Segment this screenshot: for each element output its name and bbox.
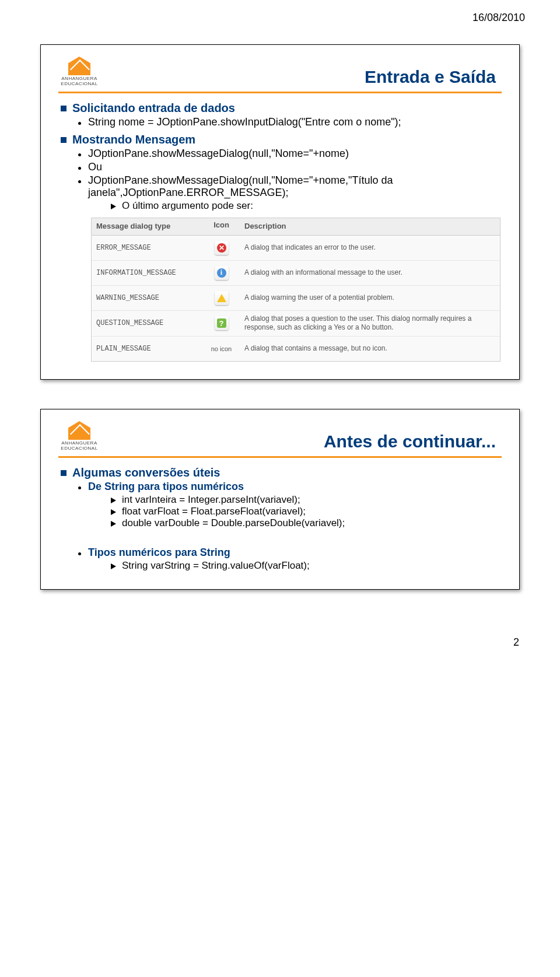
code-line: JOptionPane.showMessageDialog(null,"Nome…: [78, 174, 502, 199]
error-icon: ✕: [215, 241, 229, 255]
cell-type: PLAIN_MESSAGE: [92, 341, 203, 356]
code-text: String nome = JOptionPane.showInputDialo…: [88, 116, 401, 128]
slide-title: Antes de continuar...: [111, 432, 502, 451]
code-text: JOptionPane.showMessageDialog(null,"Nome…: [88, 148, 349, 160]
heading-text: Algumas conversões úteis: [72, 466, 220, 479]
sub-bullet: O último argumento pode ser:: [111, 200, 502, 212]
table-row: WARNING_MESSAGE A dialog warning the use…: [92, 286, 500, 311]
anhanguera-logo: ANHANGUERA EDUCACIONAL: [58, 57, 100, 87]
triangle-bullet-icon: [111, 563, 116, 569]
dot-bullet-icon: [78, 153, 81, 156]
slide-2: ANHANGUERA EDUCACIONAL Antes de continua…: [40, 409, 520, 590]
table-row: QUESTION_MESSAGE ? A dialog that poses a…: [92, 311, 500, 337]
table-header: Message dialog type Icon Description: [92, 218, 500, 236]
code-text: double varDouble = Double.parseDouble(va…: [122, 517, 345, 529]
heading-solicitando: Solicitando entrada de dados: [61, 101, 502, 115]
cell-desc: A dialog warning the user of a potential…: [240, 290, 500, 306]
table-row: PLAIN_MESSAGE no icon A dialog that cont…: [92, 337, 500, 361]
cell-icon: ✕: [203, 239, 240, 257]
cell-type: INFORMATION_MESSAGE: [92, 265, 203, 281]
dot-bullet-icon: [78, 122, 81, 125]
dot-bullet-icon: [78, 180, 81, 183]
col-header-desc: Description: [240, 218, 500, 235]
code-text: Ou: [88, 161, 102, 173]
cell-icon: [203, 289, 240, 307]
sub-heading-text: De String para tipos numéricos: [88, 481, 244, 493]
logo-text: ANHANGUERA EDUCACIONAL: [58, 76, 100, 87]
anhanguera-logo: ANHANGUERA EDUCACIONAL: [58, 421, 100, 451]
triangle-bullet-icon: [111, 498, 116, 503]
heading-mostrando: Mostrando Mensagem: [61, 133, 502, 146]
triangle-bullet-icon: [111, 509, 116, 515]
slide-header: ANHANGUERA EDUCACIONAL Antes de continua…: [58, 421, 502, 458]
square-bullet-icon: [61, 470, 66, 476]
code-line: float varFloat = Float.parseFloat(variav…: [111, 506, 502, 517]
col-header-icon: Icon: [203, 218, 240, 235]
square-bullet-icon: [61, 137, 66, 143]
message-dialog-table: Message dialog type Icon Description ERR…: [91, 218, 501, 362]
cell-icon: no icon: [203, 343, 240, 355]
code-line: JOptionPane.showMessageDialog(null,"Nome…: [78, 148, 502, 160]
warning-icon: [215, 291, 229, 305]
cell-desc: A dialog that indicates an error to the …: [240, 240, 500, 256]
cell-desc: A dialog that poses a question to the us…: [240, 311, 500, 336]
code-line: Ou: [78, 161, 502, 173]
col-header-type: Message dialog type: [92, 218, 203, 235]
sub-heading: De String para tipos numéricos: [78, 481, 502, 493]
logo-icon: [68, 57, 90, 75]
code-text: float varFloat = Float.parseFloat(variav…: [122, 506, 306, 517]
code-line: int varInteira = Integer.parseInt(variav…: [111, 494, 502, 506]
slide-header: ANHANGUERA EDUCACIONAL Entrada e Saída: [58, 57, 502, 93]
cell-desc: A dialog with an informational message t…: [240, 265, 500, 281]
slide-1: ANHANGUERA EDUCACIONAL Entrada e Saída S…: [40, 44, 520, 380]
dot-bullet-icon: [78, 167, 81, 170]
sub-bullet-text: O último argumento pode ser:: [122, 200, 253, 212]
cell-icon: i: [203, 264, 240, 282]
heading-text: Mostrando Mensagem: [72, 133, 195, 146]
code-text: String varString = String.valueOf(varFlo…: [122, 560, 310, 572]
triangle-bullet-icon: [111, 521, 116, 527]
square-bullet-icon: [61, 106, 66, 111]
table-row: INFORMATION_MESSAGE i A dialog with an i…: [92, 261, 500, 286]
logo-text: ANHANGUERA EDUCACIONAL: [58, 441, 100, 451]
info-icon: i: [215, 266, 229, 280]
page-date: 16/08/2010: [0, 0, 560, 30]
table-row: ERROR_MESSAGE ✕ A dialog that indicates …: [92, 236, 500, 261]
page-number: 2: [0, 619, 560, 666]
cell-type: QUESTION_MESSAGE: [92, 316, 203, 331]
code-line: double varDouble = Double.parseDouble(va…: [111, 517, 502, 529]
heading-text: Solicitando entrada de dados: [72, 101, 235, 115]
question-icon: ?: [215, 316, 229, 330]
heading-conversoes: Algumas conversões úteis: [61, 466, 502, 479]
cell-type: WARNING_MESSAGE: [92, 290, 203, 306]
code-text: int varInteira = Integer.parseInt(variav…: [122, 494, 300, 506]
cell-type: ERROR_MESSAGE: [92, 240, 203, 255]
code-text: JOptionPane.showMessageDialog(null,"Nome…: [88, 174, 502, 199]
cell-desc: A dialog that contains a message, but no…: [240, 341, 500, 357]
code-line: String nome = JOptionPane.showInputDialo…: [78, 116, 502, 128]
dot-bullet-icon: [78, 486, 81, 489]
slide-title: Entrada e Saída: [111, 67, 502, 87]
logo-icon: [68, 421, 90, 440]
sub-heading: Tipos numéricos para String: [78, 547, 502, 559]
code-line: String varString = String.valueOf(varFlo…: [111, 560, 502, 572]
cell-icon: ?: [203, 314, 240, 332]
sub-heading-text: Tipos numéricos para String: [88, 547, 230, 559]
dot-bullet-icon: [78, 552, 81, 555]
triangle-bullet-icon: [111, 204, 116, 209]
